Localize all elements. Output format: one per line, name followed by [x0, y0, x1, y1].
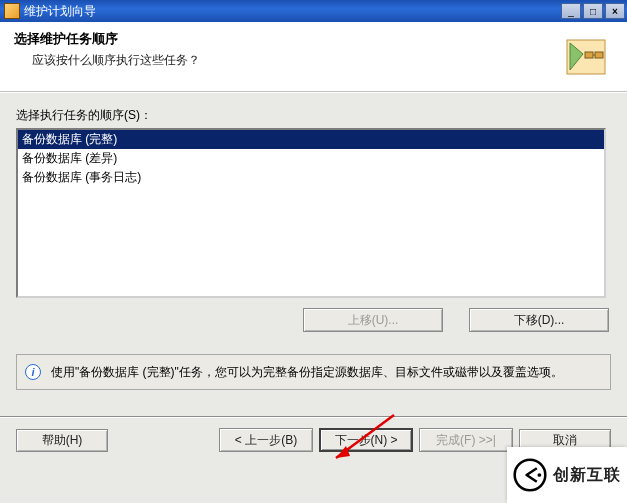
- hint-bar: i 使用"备份数据库 (完整)"任务，您可以为完整备份指定源数据库、目标文件或磁…: [16, 354, 611, 390]
- move-up-button[interactable]: 上移(U)...: [303, 308, 443, 332]
- page-title: 选择维护任务顺序: [14, 30, 563, 48]
- wizard-icon: [563, 34, 609, 80]
- move-down-button[interactable]: 下移(D)...: [469, 308, 609, 332]
- page-subtitle: 应该按什么顺序执行这些任务？: [32, 52, 563, 69]
- titlebar: 维护计划向导 _ □ ×: [0, 0, 627, 22]
- window-title: 维护计划向导: [24, 3, 561, 20]
- next-button[interactable]: 下一步(N) >: [319, 428, 413, 452]
- wizard-header: 选择维护任务顺序 应该按什么顺序执行这些任务？: [0, 22, 627, 92]
- back-button[interactable]: < 上一步(B): [219, 428, 313, 452]
- task-order-listbox[interactable]: 备份数据库 (完整)备份数据库 (差异)备份数据库 (事务日志): [16, 128, 606, 298]
- watermark: 创新互联: [507, 447, 627, 503]
- help-button[interactable]: 帮助(H): [16, 429, 108, 452]
- list-label: 选择执行任务的顺序(S)：: [16, 107, 611, 124]
- info-icon: i: [25, 364, 41, 380]
- svg-rect-1: [585, 52, 593, 58]
- app-icon: [4, 3, 20, 19]
- watermark-text: 创新互联: [553, 465, 621, 486]
- wizard-body: 选择执行任务的顺序(S)： 备份数据库 (完整)备份数据库 (差异)备份数据库 …: [0, 92, 627, 332]
- svg-rect-2: [595, 52, 603, 58]
- finish-button[interactable]: 完成(F) >>|: [419, 428, 513, 452]
- list-item[interactable]: 备份数据库 (完整): [18, 130, 604, 149]
- svg-point-7: [537, 473, 541, 477]
- list-item[interactable]: 备份数据库 (差异): [18, 149, 604, 168]
- window-buttons: _ □ ×: [561, 3, 625, 19]
- minimize-button[interactable]: _: [561, 3, 581, 19]
- close-button[interactable]: ×: [605, 3, 625, 19]
- list-item[interactable]: 备份数据库 (事务日志): [18, 168, 604, 187]
- hint-text: 使用"备份数据库 (完整)"任务，您可以为完整备份指定源数据库、目标文件或磁带以…: [51, 364, 563, 381]
- maximize-button[interactable]: □: [583, 3, 603, 19]
